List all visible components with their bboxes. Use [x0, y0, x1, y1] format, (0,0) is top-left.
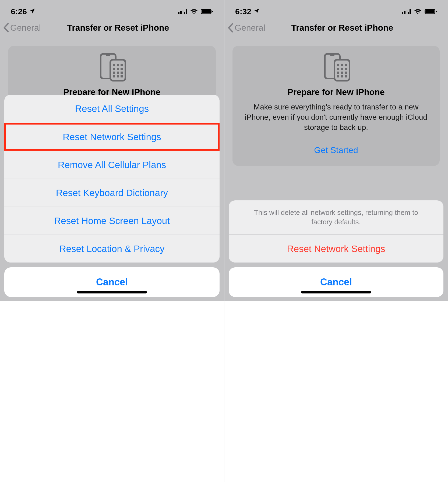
nav-bar: General Transfer or Reset iPhone	[224, 18, 448, 37]
card-heading: Prepare for New iPhone	[243, 87, 429, 97]
cellular-icon	[402, 9, 411, 15]
reset-home-screen-layout[interactable]: Reset Home Screen Layout	[4, 207, 220, 235]
svg-rect-14	[113, 68, 115, 70]
svg-rect-36	[345, 64, 347, 66]
below-fold	[224, 301, 448, 482]
reset-all-settings[interactable]: Reset All Settings	[4, 95, 220, 123]
svg-rect-29	[425, 10, 435, 13]
svg-rect-1	[180, 11, 182, 14]
svg-rect-30	[436, 11, 437, 12]
confirm-reset-network-settings[interactable]: Reset Network Settings	[229, 235, 443, 263]
svg-rect-13	[121, 64, 123, 66]
page-title: Transfer or Reset iPhone	[239, 23, 445, 33]
screen: 6:32	[224, 0, 448, 301]
svg-rect-12	[117, 64, 119, 66]
svg-rect-21	[117, 75, 119, 77]
cellular-icon	[178, 9, 187, 15]
location-icon	[29, 7, 36, 16]
reset-network-settings[interactable]: Reset Network Settings	[4, 123, 220, 151]
svg-rect-42	[345, 72, 347, 74]
svg-rect-19	[121, 72, 123, 74]
card-body: Make sure everything's ready to transfer…	[243, 102, 429, 132]
svg-rect-41	[341, 72, 343, 74]
svg-rect-35	[341, 64, 343, 66]
wifi-icon	[190, 9, 198, 15]
svg-rect-10	[110, 60, 125, 81]
svg-rect-43	[337, 75, 339, 77]
chevron-left-icon	[3, 23, 10, 33]
location-icon	[253, 7, 260, 16]
status-bar: 6:26	[0, 0, 224, 18]
svg-rect-40	[337, 72, 339, 74]
svg-rect-17	[113, 72, 115, 74]
clock: 6:26	[11, 7, 27, 16]
confirm-action-sheet: This will delete all network settings, r…	[229, 200, 443, 297]
sheet-message: This will delete all network settings, r…	[229, 200, 443, 235]
svg-rect-27	[406, 10, 408, 14]
screen: 6:26	[0, 0, 224, 301]
svg-rect-0	[178, 12, 179, 14]
transfer-devices-icon	[19, 52, 205, 82]
status-left: 6:32	[235, 7, 260, 16]
svg-rect-9	[106, 54, 110, 56]
svg-rect-38	[341, 68, 343, 70]
page-title: Transfer or Reset iPhone	[15, 23, 221, 33]
svg-rect-15	[117, 68, 119, 70]
wifi-icon	[414, 9, 422, 15]
svg-rect-44	[341, 75, 343, 77]
status-bar: 6:32	[224, 0, 448, 18]
svg-rect-23	[402, 12, 403, 14]
svg-rect-11	[113, 64, 115, 66]
battery-icon	[425, 9, 437, 15]
get-started-link[interactable]: Get Started	[243, 145, 429, 155]
svg-rect-37	[337, 68, 339, 70]
home-indicator[interactable]	[229, 286, 443, 297]
screenshot-left: 6:26	[0, 0, 224, 482]
svg-rect-45	[345, 75, 347, 77]
status-right	[178, 9, 213, 15]
svg-rect-39	[345, 68, 347, 70]
screenshot-right: 6:32	[224, 0, 448, 482]
svg-rect-4	[182, 10, 184, 14]
svg-rect-18	[117, 72, 119, 74]
sheet-options: This will delete all network settings, r…	[229, 200, 443, 263]
remove-all-cellular-plans[interactable]: Remove All Cellular Plans	[4, 151, 220, 179]
home-indicator[interactable]	[4, 286, 220, 297]
svg-rect-33	[334, 60, 350, 81]
svg-rect-20	[113, 75, 115, 77]
below-fold	[0, 301, 224, 482]
svg-rect-16	[121, 68, 123, 70]
svg-rect-24	[404, 11, 405, 14]
nav-bar: General Transfer or Reset iPhone	[0, 18, 224, 37]
status-left: 6:26	[11, 7, 36, 16]
svg-rect-22	[121, 75, 123, 77]
transfer-devices-icon	[243, 52, 429, 82]
sheet-options: Reset All Settings Reset Network Setting…	[4, 95, 220, 263]
battery-icon	[201, 9, 213, 15]
clock: 6:32	[235, 7, 251, 16]
status-right	[402, 9, 437, 15]
svg-rect-34	[337, 64, 339, 66]
svg-rect-32	[330, 54, 334, 56]
svg-rect-6	[202, 10, 211, 13]
svg-rect-7	[212, 11, 213, 12]
reset-keyboard-dictionary[interactable]: Reset Keyboard Dictionary	[4, 179, 220, 207]
svg-rect-3	[186, 9, 187, 14]
reset-action-sheet: Reset All Settings Reset Network Setting…	[4, 95, 220, 297]
chevron-left-icon	[227, 23, 234, 33]
reset-location-privacy[interactable]: Reset Location & Privacy	[4, 235, 220, 263]
prepare-card: Prepare for New iPhone Make sure everyth…	[232, 46, 440, 166]
svg-rect-26	[410, 9, 411, 14]
